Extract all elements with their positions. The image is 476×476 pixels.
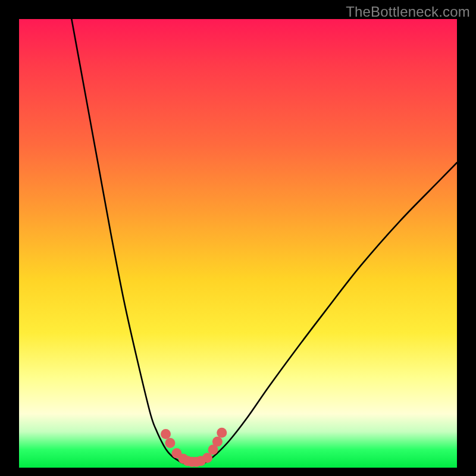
plot-area (19, 19, 457, 468)
bottleneck-curve (19, 19, 457, 468)
highlight-dot (161, 429, 171, 439)
chart-frame: TheBottleneck.com (0, 0, 476, 476)
curve-path (71, 19, 457, 465)
highlight-dot (217, 428, 227, 438)
highlight-dot (212, 437, 223, 447)
highlight-dots (161, 428, 227, 467)
watermark-text: TheBottleneck.com (346, 4, 470, 20)
highlight-dot (165, 438, 175, 448)
